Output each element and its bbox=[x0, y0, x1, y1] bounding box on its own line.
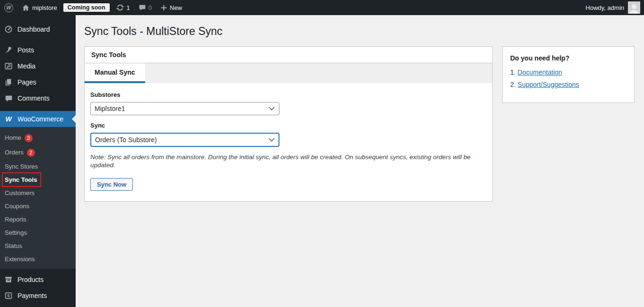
woocommerce-icon: W bbox=[4, 114, 13, 124]
sync-tools-panel: Sync Tools Manual Sync Substores Miplsto… bbox=[84, 46, 493, 202]
plus-icon bbox=[160, 4, 167, 11]
sync-select[interactable]: Orders (To Substore) bbox=[90, 133, 279, 147]
submenu-item-status[interactable]: Status bbox=[0, 239, 76, 253]
sidebar-item-comments[interactable]: Comments bbox=[0, 90, 76, 106]
sidebar-item-label: Pages bbox=[17, 78, 36, 86]
account-menu[interactable]: Howdy, admin bbox=[586, 0, 644, 15]
sidebar-item-payments[interactable]: $ Payments bbox=[0, 288, 76, 304]
orders-count-badge: 2 bbox=[27, 149, 35, 157]
pages-icon bbox=[4, 77, 13, 87]
home-count-badge: 3 bbox=[25, 134, 33, 142]
wordpress-menu-button[interactable]: W bbox=[0, 0, 17, 15]
avatar bbox=[628, 1, 640, 14]
submenu-item-customers[interactable]: Customers bbox=[0, 187, 76, 200]
products-box-icon bbox=[4, 275, 13, 284]
payments-dollar-icon: $ bbox=[4, 291, 13, 300]
admin-bar: W miplstore Coming soon 1 bbox=[0, 0, 644, 15]
new-content-button[interactable]: New bbox=[156, 0, 186, 15]
updates-count: 1 bbox=[127, 4, 130, 11]
sidebar-item-posts[interactable]: Posts bbox=[0, 42, 76, 58]
sync-label: Sync bbox=[90, 122, 487, 129]
new-label: New bbox=[170, 4, 182, 11]
panel-body: Substores Miplstore1 Sync Orders (To Sub… bbox=[85, 83, 492, 201]
sidebar-item-media[interactable]: Media bbox=[0, 58, 76, 74]
media-icon bbox=[4, 61, 13, 71]
comments-bubble-icon bbox=[139, 4, 146, 11]
comment-icon bbox=[4, 94, 13, 103]
updates-icon bbox=[116, 4, 124, 11]
submenu-item-sync-tools[interactable]: Sync Tools bbox=[0, 173, 76, 187]
sidebar-item-label: Products bbox=[17, 276, 44, 283]
site-link[interactable]: miplstore bbox=[17, 0, 61, 15]
sidebar-item-label: Comments bbox=[17, 94, 50, 102]
submenu-item-home[interactable]: Home3 bbox=[0, 131, 76, 145]
substores-select-wrap: Miplstore1 bbox=[90, 102, 279, 115]
site-name: miplstore bbox=[32, 4, 57, 11]
substores-label: Substores bbox=[90, 91, 487, 98]
submenu-item-reports[interactable]: Reports bbox=[0, 213, 76, 226]
help-title: Do you need help? bbox=[510, 54, 627, 62]
submenu-item-coupons[interactable]: Coupons bbox=[0, 200, 76, 213]
sidebar-item-woocommerce[interactable]: W WooCommerce bbox=[0, 111, 76, 127]
help-list: 1. Documentation 2. Support/Suggestions bbox=[510, 68, 627, 88]
admin-sidebar: Dashboard Posts Media Pages Comments W W… bbox=[0, 15, 76, 307]
tab-bar: Manual Sync bbox=[85, 63, 492, 83]
admin-bar-left: W miplstore Coming soon 1 bbox=[0, 0, 186, 15]
submenu-item-sync-stores[interactable]: Sync Stores bbox=[0, 160, 76, 173]
howdy-text: Howdy, admin bbox=[586, 4, 624, 11]
dashboard-gauge-icon bbox=[4, 25, 13, 34]
sidebar-item-products[interactable]: Products bbox=[0, 272, 76, 288]
comments-count: 0 bbox=[148, 4, 152, 11]
pin-icon bbox=[4, 45, 13, 55]
help-item-documentation: 1. Documentation bbox=[510, 68, 627, 76]
sidebar-item-label: WooCommerce bbox=[17, 115, 63, 123]
submenu-item-settings[interactable]: Settings bbox=[0, 226, 76, 239]
panel-title: Sync Tools bbox=[85, 47, 492, 63]
help-panel: Do you need help? 1. Documentation 2. Su… bbox=[502, 46, 635, 103]
substores-select[interactable]: Miplstore1 bbox=[90, 102, 279, 115]
main-content: Sync Tools - MultiStore Sync Sync Tools … bbox=[76, 15, 644, 307]
sidebar-item-label: Payments bbox=[17, 292, 47, 299]
sidebar-item-dashboard[interactable]: Dashboard bbox=[0, 21, 76, 37]
sidebar-item-pages[interactable]: Pages bbox=[0, 74, 76, 90]
sidebar-item-analytics[interactable]: Analytics bbox=[0, 304, 76, 307]
sidebar-item-label: Media bbox=[17, 62, 35, 70]
sidebar-item-label: Posts bbox=[17, 46, 34, 54]
submenu-item-orders[interactable]: Orders2 bbox=[0, 145, 76, 160]
help-item-support: 2. Support/Suggestions bbox=[510, 81, 627, 88]
sidebar-item-label: Dashboard bbox=[17, 26, 50, 33]
documentation-link[interactable]: Documentation bbox=[518, 68, 562, 76]
coming-soon-badge[interactable]: Coming soon bbox=[63, 3, 110, 12]
updates-indicator[interactable]: 1 bbox=[112, 0, 134, 15]
support-suggestions-link[interactable]: Support/Suggestions bbox=[518, 81, 579, 88]
sync-select-wrap: Orders (To Substore) bbox=[90, 133, 279, 147]
wordpress-logo-icon: W bbox=[4, 3, 13, 12]
tab-manual-sync[interactable]: Manual Sync bbox=[85, 63, 145, 83]
page-title: Sync Tools - MultiStore Sync bbox=[84, 25, 635, 39]
home-icon bbox=[22, 4, 30, 12]
comments-indicator[interactable]: 0 bbox=[134, 0, 156, 15]
submenu-item-extensions[interactable]: Extensions bbox=[0, 253, 76, 266]
svg-text:$: $ bbox=[8, 293, 10, 298]
sync-now-button[interactable]: Sync Now bbox=[90, 178, 133, 191]
sync-note: Note: Sync all orders from the mainstore… bbox=[90, 154, 487, 170]
woocommerce-submenu: Home3 Orders2 Sync Stores Sync Tools Cus… bbox=[0, 127, 76, 269]
